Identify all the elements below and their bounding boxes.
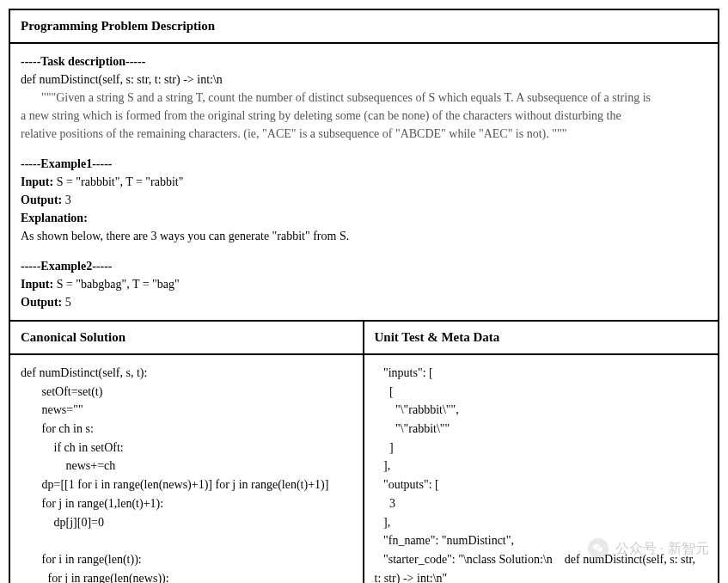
left-column-header: Canonical Solution — [10, 322, 364, 353]
code-line: dp[j][0]=0 — [21, 516, 104, 529]
code-line: for j in range(len(news)): — [21, 572, 169, 583]
columns-header-row: Canonical Solution Unit Test & Meta Data — [10, 322, 718, 355]
json-line: t: str) -> int:\n" — [375, 572, 448, 583]
right-column-header: Unit Test & Meta Data — [364, 322, 719, 353]
docstring-line-3: relative positions of the remaining char… — [21, 125, 707, 143]
example2-input-label: Input: — [21, 278, 53, 291]
example2-output-label: Output: — [21, 296, 62, 309]
example1-input-value: S = "rabbbit", T = "rabbit" — [53, 175, 183, 188]
problem-container: Programming Problem Description -----Tas… — [9, 9, 719, 583]
unit-test-title: Unit Test & Meta Data — [375, 330, 500, 344]
solution-code: def numDistinct(self, s, t): setOft=set(… — [21, 364, 352, 583]
description-section: -----Task description----- def numDistin… — [10, 44, 718, 322]
json-line: "fn_name": "numDistinct", — [375, 534, 514, 547]
example1-input-label: Input: — [21, 175, 53, 188]
example1-explanation-label: Explanation: — [21, 209, 707, 227]
example1-explanation-text: As shown below, there are 3 ways you can… — [21, 227, 707, 245]
example2-input-row: Input: S = "babgbag", T = "bag" — [21, 275, 707, 293]
example1-input-row: Input: S = "rabbbit", T = "rabbit" — [21, 173, 707, 191]
code-line: news="" — [21, 403, 83, 416]
json-line: ], — [375, 516, 391, 529]
code-line: for ch in s: — [21, 422, 94, 435]
json-line: ] — [375, 441, 394, 454]
example2-header: -----Example2----- — [21, 257, 707, 275]
json-line: [ — [375, 385, 394, 398]
code-line: if ch in setOft: — [21, 441, 124, 454]
task-header: -----Task description----- — [21, 52, 707, 71]
solution-cell: def numDistinct(self, s, t): setOft=set(… — [10, 355, 364, 583]
example2-output-row: Output: 5 — [21, 293, 707, 311]
example1-output-label: Output: — [21, 193, 62, 206]
json-line: ], — [375, 459, 391, 472]
json-line: "\"rabbit\"" — [375, 422, 450, 435]
function-signature: def numDistinct(self, s: str, t: str) ->… — [21, 71, 707, 89]
code-line: def numDistinct(self, s, t): — [21, 366, 147, 379]
columns-body-row: def numDistinct(self, s, t): setOft=set(… — [10, 355, 718, 583]
header-row: Programming Problem Description — [10, 10, 718, 44]
code-line: setOft=set(t) — [21, 385, 102, 398]
code-line: for j in range(1,len(t)+1): — [21, 497, 163, 510]
example2-input-value: S = "babgbag", T = "bag" — [53, 278, 180, 291]
canonical-solution-title: Canonical Solution — [21, 330, 125, 344]
json-line: "inputs": [ — [375, 366, 433, 379]
unittest-cell: "inputs": [ [ "\"rabbbit\"", "\"rabbit\"… — [364, 355, 719, 583]
docstring-line-1: """Given a string S and a string T, coun… — [21, 89, 707, 107]
json-line: 3 — [375, 497, 396, 510]
example2-output-value: 5 — [62, 296, 71, 309]
json-line: "outputs": [ — [375, 478, 439, 491]
code-line: for i in range(len(t)): — [21, 553, 142, 566]
code-line: news+=ch — [21, 459, 115, 472]
example1-output-value: 3 — [62, 193, 71, 206]
docstring-line-2: a new string which is formed from the or… — [21, 107, 707, 125]
unittest-json: "inputs": [ [ "\"rabbbit\"", "\"rabbit\"… — [375, 364, 708, 583]
example1-header: -----Example1----- — [21, 155, 707, 173]
json-line: "\"rabbbit\"", — [375, 403, 459, 416]
json-line: "starter_code": "\nclass Solution:\n def… — [375, 553, 696, 566]
example1-output-row: Output: 3 — [21, 191, 707, 209]
page-title: Programming Problem Description — [21, 19, 215, 33]
code-line: dp=[[1 for i in range(len(news)+1)] for … — [21, 478, 328, 491]
